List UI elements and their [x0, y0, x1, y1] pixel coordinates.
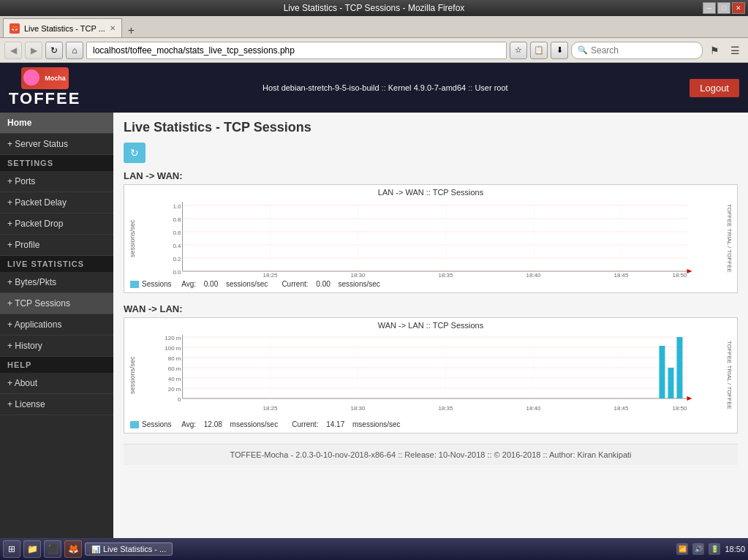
- settings-label: Settings: [7, 159, 53, 167]
- sidebar-item-history[interactable]: + History: [0, 336, 113, 357]
- chart2-legend: Sessions Avg: 12.08 msessions/sec Curren…: [127, 419, 734, 430]
- chart2-legend-avg-label: Avg:: [181, 420, 196, 428]
- svg-text:0.6: 0.6: [173, 230, 181, 236]
- chart2-title: WAN -> LAN :: TCP Sessions: [127, 321, 734, 330]
- forward-button[interactable]: ▶: [25, 42, 42, 59]
- chart1-area: sessions/sec: [127, 198, 734, 279]
- main-content: Live Statistics - TCP Sessions ↻ LAN -> …: [113, 113, 748, 538]
- svg-text:80 m: 80 m: [168, 355, 181, 362]
- tab-close-icon[interactable]: ✕: [110, 24, 116, 32]
- sidebar-item-server-status[interactable]: + Server Status: [0, 134, 113, 155]
- help-label: Help: [7, 360, 31, 369]
- refresh-button[interactable]: ↻: [124, 143, 146, 163]
- content-wrapper: Home + Server Status Settings + Ports + …: [0, 113, 748, 538]
- app-header: Mocha TOFFEE Host debian-stretch-9-5-iso…: [0, 63, 748, 113]
- svg-text:0: 0: [178, 396, 181, 403]
- svg-text:18:50: 18:50: [672, 272, 687, 279]
- search-input[interactable]: [591, 45, 696, 56]
- chart2-graph: 120 m 100 m 80 m 60 m 40 m 20 m 0 18:25 …: [137, 331, 725, 419]
- chart2-section: WAN -> LAN: WAN -> LAN :: TCP Sessions s…: [124, 303, 738, 434]
- svg-rect-54: [668, 368, 674, 398]
- browser-content: Mocha TOFFEE Host debian-stretch-9-5-iso…: [0, 63, 748, 538]
- search-icon: 🔍: [578, 45, 588, 55]
- svg-marker-56: [687, 396, 692, 401]
- sidebar-item-tcp-sessions[interactable]: + TCP Sessions: [0, 293, 113, 314]
- svg-text:0.8: 0.8: [173, 216, 181, 223]
- history-label: + History: [7, 341, 42, 351]
- sidebar-item-applications[interactable]: + Applications: [0, 314, 113, 336]
- svg-rect-53: [660, 346, 665, 398]
- close-button[interactable]: ✕: [732, 2, 745, 14]
- menu-button[interactable]: ☰: [726, 42, 744, 59]
- chart1-y-label2: TOFFEE TRIAL / TOFFEE: [725, 198, 734, 279]
- sidebar-section-settings: Settings: [0, 155, 113, 171]
- logout-button[interactable]: Logout: [690, 79, 739, 97]
- svg-text:18:35: 18:35: [438, 405, 453, 412]
- svg-text:0.0: 0.0: [173, 269, 181, 276]
- chart1-svg: 1.0 0.8 0.6 0.4 0.2 0.0 18:25 18:30 18:3…: [137, 198, 725, 279]
- svg-text:18:30: 18:30: [350, 272, 366, 279]
- packet-drop-label: + Packet Drop: [7, 219, 63, 229]
- server-status-label: + Server Status: [7, 139, 68, 149]
- chart1-graph: 1.0 0.8 0.6 0.4 0.2 0.0 18:25 18:30 18:3…: [137, 198, 725, 279]
- chart1-legend-avg-unit: sessions/sec: [226, 280, 268, 288]
- chart1-legend-current-unit: sessions/sec: [339, 280, 380, 288]
- download-button[interactable]: ⬇: [551, 42, 568, 59]
- footer-text: TOFFEE-Mocha - 2.0.3-0-10-nov-2018-x86-6…: [230, 450, 631, 459]
- maximize-button[interactable]: □: [717, 2, 730, 14]
- sidebar-item-home[interactable]: Home: [0, 113, 113, 134]
- pocket-button[interactable]: ⚑: [706, 42, 723, 59]
- svg-marker-25: [687, 269, 692, 273]
- search-bar[interactable]: 🔍: [571, 42, 703, 59]
- user-label: User: [475, 83, 491, 92]
- reload-button[interactable]: ↻: [45, 42, 63, 59]
- sidebar-section-live-stats: Live Statistics: [0, 256, 113, 272]
- chart2-area: sessions/sec: [127, 331, 734, 419]
- url-bar[interactable]: [86, 42, 507, 59]
- legend-box-2: [130, 421, 139, 428]
- back-button[interactable]: ◀: [4, 42, 22, 59]
- sidebar-item-profile[interactable]: + Profile: [0, 235, 113, 256]
- sidebar-item-packet-delay[interactable]: + Packet Delay: [0, 192, 113, 213]
- user-value: root: [494, 83, 508, 92]
- chart1-legend: Sessions Avg: 0.00 sessions/sec Current:…: [127, 279, 734, 290]
- minimize-button[interactable]: ─: [703, 2, 716, 14]
- svg-text:0.2: 0.2: [173, 256, 181, 262]
- tab-label: Live Statistics - TCP ...: [24, 24, 105, 33]
- chart2-legend-current-label: Current:: [292, 420, 318, 428]
- navigation-bar: ◀ ▶ ↻ ⌂ ☆ 📋 ⬇ 🔍 ⚑ ☰: [0, 38, 748, 63]
- svg-text:18:35: 18:35: [438, 272, 453, 279]
- chart2-y-label2: TOFFEE TRIAL / TOFFEE: [725, 331, 734, 419]
- browser-tab[interactable]: 🦊 Live Statistics - TCP ... ✕: [3, 18, 122, 37]
- chart2-direction-label: WAN -> LAN:: [124, 303, 738, 314]
- sidebar-item-ports[interactable]: + Ports: [0, 171, 113, 192]
- sidebar-item-bytes-pkts[interactable]: + Bytes/Pkts: [0, 272, 113, 293]
- home-button[interactable]: ⌂: [66, 42, 83, 59]
- chart2-svg: 120 m 100 m 80 m 60 m 40 m 20 m 0 18:25 …: [137, 331, 725, 419]
- host-value: debian-stretch-9-5-iso-build: [282, 83, 379, 92]
- chart2-legend-sessions: Sessions: [142, 420, 172, 428]
- svg-text:20 m: 20 m: [168, 386, 181, 393]
- svg-text:18:45: 18:45: [613, 405, 629, 412]
- about-label: + About: [7, 378, 37, 388]
- tcp-sessions-label: + TCP Sessions: [7, 298, 70, 309]
- page-title: Live Statistics - TCP Sessions: [124, 120, 738, 135]
- ports-label: + Ports: [7, 176, 35, 186]
- window-controls: ─ □ ✕: [703, 2, 745, 14]
- window-title: Live Statistics - TCP Sessions - Mozilla…: [284, 3, 465, 13]
- sidebar-section-help: Help: [0, 357, 113, 373]
- tab-favicon: 🦊: [10, 23, 20, 34]
- new-tab-button[interactable]: +: [122, 24, 140, 37]
- sidebar-item-license[interactable]: + License: [0, 394, 113, 415]
- host-info: Host debian-stretch-9-5-iso-build :: Ker…: [262, 83, 508, 92]
- bookmark-button[interactable]: ☆: [510, 42, 527, 59]
- svg-text:18:25: 18:25: [262, 272, 278, 279]
- svg-text:100 m: 100 m: [165, 345, 181, 352]
- kernel-value: 4.9.0-7-amd64: [414, 83, 466, 92]
- reader-button[interactable]: 📋: [530, 42, 548, 59]
- sidebar-item-about[interactable]: + About: [0, 373, 113, 394]
- tab-bar: 🦊 Live Statistics - TCP ... ✕ +: [0, 16, 748, 38]
- chart1-title: LAN -> WAN :: TCP Sessions: [127, 188, 734, 197]
- sidebar-item-packet-drop[interactable]: + Packet Drop: [0, 213, 113, 235]
- svg-text:18:25: 18:25: [262, 405, 278, 412]
